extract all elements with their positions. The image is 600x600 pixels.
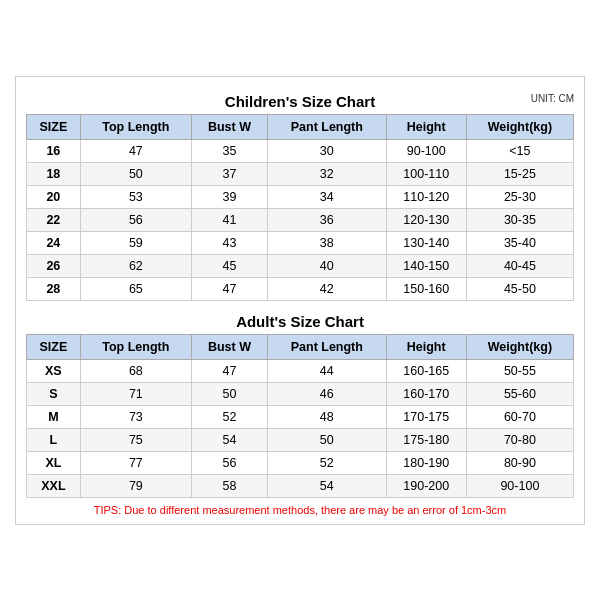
children-title: Children's Size Chart xyxy=(225,93,375,110)
children-cell: 62 xyxy=(80,254,191,277)
adult-table-row: XL775652180-19080-90 xyxy=(27,451,574,474)
adult-cell: 90-100 xyxy=(466,474,573,497)
adult-title: Adult's Size Chart xyxy=(236,313,364,330)
col-pant-length: Pant Length xyxy=(267,114,386,139)
adult-cell: 77 xyxy=(80,451,191,474)
adult-cell: XS xyxy=(27,359,81,382)
adult-cell: 44 xyxy=(267,359,386,382)
children-table-row: 26624540140-15040-45 xyxy=(27,254,574,277)
adult-cell: 170-175 xyxy=(386,405,466,428)
children-cell: 36 xyxy=(267,208,386,231)
adult-cell: 55-60 xyxy=(466,382,573,405)
children-cell: 53 xyxy=(80,185,191,208)
adult-cell: L xyxy=(27,428,81,451)
tips-text: TIPS: Due to different measurement metho… xyxy=(26,504,574,516)
children-cell: 20 xyxy=(27,185,81,208)
col-top-length: Top Length xyxy=(80,114,191,139)
children-cell: 42 xyxy=(267,277,386,300)
children-cell: 30 xyxy=(267,139,386,162)
children-cell: 35-40 xyxy=(466,231,573,254)
adult-cell: 52 xyxy=(267,451,386,474)
adult-cell: 58 xyxy=(191,474,267,497)
adult-cell: 46 xyxy=(267,382,386,405)
children-cell: 40-45 xyxy=(466,254,573,277)
children-cell: 59 xyxy=(80,231,191,254)
adult-section-header: Adult's Size Chart xyxy=(26,307,574,334)
adult-cell: XXL xyxy=(27,474,81,497)
children-cell: 22 xyxy=(27,208,81,231)
adult-table-row: S715046160-17055-60 xyxy=(27,382,574,405)
children-cell: 47 xyxy=(191,277,267,300)
adult-cell: 50 xyxy=(191,382,267,405)
children-cell: 37 xyxy=(191,162,267,185)
children-cell: 130-140 xyxy=(386,231,466,254)
adult-cell: 70-80 xyxy=(466,428,573,451)
children-cell: 56 xyxy=(80,208,191,231)
adult-cell: 80-90 xyxy=(466,451,573,474)
children-cell: 50 xyxy=(80,162,191,185)
adult-cell: 180-190 xyxy=(386,451,466,474)
children-cell: 39 xyxy=(191,185,267,208)
children-cell: 35 xyxy=(191,139,267,162)
children-cell: 15-25 xyxy=(466,162,573,185)
col-bust-w: Bust W xyxy=(191,114,267,139)
children-header-row: SIZE Top Length Bust W Pant Length Heigh… xyxy=(27,114,574,139)
unit-label: UNIT: CM xyxy=(531,93,574,104)
children-section-header: Children's Size Chart UNIT: CM xyxy=(26,87,574,114)
children-cell: 38 xyxy=(267,231,386,254)
adult-cell: 52 xyxy=(191,405,267,428)
children-cell: 40 xyxy=(267,254,386,277)
children-table-row: 22564136120-13030-35 xyxy=(27,208,574,231)
children-cell: 16 xyxy=(27,139,81,162)
adult-cell: 48 xyxy=(267,405,386,428)
adult-cell: 68 xyxy=(80,359,191,382)
children-cell: 25-30 xyxy=(466,185,573,208)
adult-cell: 54 xyxy=(191,428,267,451)
children-cell: 65 xyxy=(80,277,191,300)
adult-cell: 190-200 xyxy=(386,474,466,497)
col-pant-length-adult: Pant Length xyxy=(267,334,386,359)
children-cell: 150-160 xyxy=(386,277,466,300)
col-height-adult: Height xyxy=(386,334,466,359)
adult-cell: 47 xyxy=(191,359,267,382)
adult-cell: 60-70 xyxy=(466,405,573,428)
adult-size-table: SIZE Top Length Bust W Pant Length Heigh… xyxy=(26,334,574,498)
adult-cell: S xyxy=(27,382,81,405)
children-cell: 120-130 xyxy=(386,208,466,231)
children-cell: 110-120 xyxy=(386,185,466,208)
adult-cell: 50 xyxy=(267,428,386,451)
children-table-row: 18503732100-11015-25 xyxy=(27,162,574,185)
children-cell: 24 xyxy=(27,231,81,254)
adult-table-row: L755450175-18070-80 xyxy=(27,428,574,451)
children-table-row: 20533934110-12025-30 xyxy=(27,185,574,208)
children-cell: 41 xyxy=(191,208,267,231)
adult-table-row: XS684744160-16550-55 xyxy=(27,359,574,382)
children-cell: 45 xyxy=(191,254,267,277)
adult-cell: 79 xyxy=(80,474,191,497)
col-size: SIZE xyxy=(27,114,81,139)
children-cell: 18 xyxy=(27,162,81,185)
adult-cell: 75 xyxy=(80,428,191,451)
children-cell: <15 xyxy=(466,139,573,162)
adult-cell: 160-170 xyxy=(386,382,466,405)
adult-cell: M xyxy=(27,405,81,428)
adult-cell: XL xyxy=(27,451,81,474)
adult-header-row: SIZE Top Length Bust W Pant Length Heigh… xyxy=(27,334,574,359)
col-height: Height xyxy=(386,114,466,139)
col-size-adult: SIZE xyxy=(27,334,81,359)
children-cell: 34 xyxy=(267,185,386,208)
adult-cell: 50-55 xyxy=(466,359,573,382)
adult-cell: 71 xyxy=(80,382,191,405)
children-size-table: SIZE Top Length Bust W Pant Length Heigh… xyxy=(26,114,574,301)
adult-table-row: XXL795854190-20090-100 xyxy=(27,474,574,497)
children-cell: 43 xyxy=(191,231,267,254)
children-table-row: 28654742150-16045-50 xyxy=(27,277,574,300)
children-cell: 32 xyxy=(267,162,386,185)
col-weight: Weight(kg) xyxy=(466,114,573,139)
col-bust-w-adult: Bust W xyxy=(191,334,267,359)
children-cell: 45-50 xyxy=(466,277,573,300)
chart-container: Children's Size Chart UNIT: CM SIZE Top … xyxy=(15,76,585,525)
adult-cell: 175-180 xyxy=(386,428,466,451)
children-table-row: 1647353090-100<15 xyxy=(27,139,574,162)
children-cell: 47 xyxy=(80,139,191,162)
